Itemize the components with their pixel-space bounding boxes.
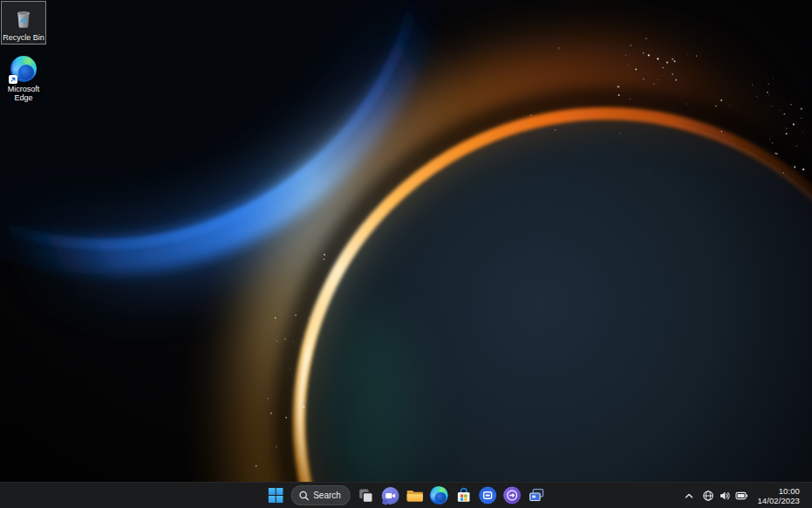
edge-logo-icon [10, 56, 37, 82]
hidden-icons-button[interactable] [681, 484, 697, 506]
volume-icon [719, 490, 731, 502]
taskbar-app-task-view[interactable] [355, 484, 377, 506]
taskbar-app-microsoft-store[interactable] [453, 484, 474, 506]
taskbar: Search [0, 482, 812, 508]
blue-frame-icon [479, 486, 497, 505]
video-chat-icon [381, 487, 399, 505]
clock-time: 10:00 [779, 486, 800, 496]
start-button[interactable] [264, 484, 286, 506]
system-tray-button[interactable] [699, 488, 752, 504]
taskbar-search[interactable]: Search [290, 485, 351, 505]
taskbar-app-blue-frame[interactable] [477, 484, 499, 506]
wallpaper [0, 0, 812, 508]
search-icon [298, 491, 309, 501]
taskbar-app-file-explorer[interactable] [404, 484, 426, 506]
network-no-internet-icon [702, 490, 714, 502]
taskbar-app-window-share[interactable] [526, 484, 548, 506]
task-view-icon [357, 487, 374, 505]
clock[interactable]: 10:00 14/02/2023 [754, 485, 803, 506]
system-tray: 10:00 14/02/2023 [681, 483, 812, 508]
battery-icon [735, 490, 748, 502]
windows-start-icon [268, 488, 283, 503]
desktop: Recycle Bin Microsoft Edge [0, 0, 812, 508]
taskbar-center-group: Search [264, 483, 548, 508]
desktop-icon-label: Microsoft Edge [3, 85, 44, 102]
desktop-icon-recycle-bin[interactable]: Recycle Bin [1, 1, 46, 45]
store-bag-icon [454, 487, 472, 505]
taskbar-app-microsoft-edge[interactable] [428, 484, 450, 506]
shortcut-arrow-icon [9, 75, 17, 84]
edge-logo-icon [430, 486, 448, 505]
search-label: Search [313, 491, 341, 500]
taskbar-app-chat[interactable] [379, 484, 401, 506]
desktop-icon-microsoft-edge[interactable]: Microsoft Edge [1, 52, 46, 105]
desktop-icon-label: Recycle Bin [3, 33, 44, 42]
arrow-circle-icon [503, 486, 522, 505]
chevron-up-icon [683, 491, 695, 501]
folder-icon [406, 488, 423, 503]
recycle-bin-icon [10, 4, 37, 31]
taskbar-app-arrow-circle[interactable] [502, 484, 523, 506]
clock-date: 14/02/2023 [757, 496, 800, 505]
overlapping-windows-icon [528, 486, 546, 505]
